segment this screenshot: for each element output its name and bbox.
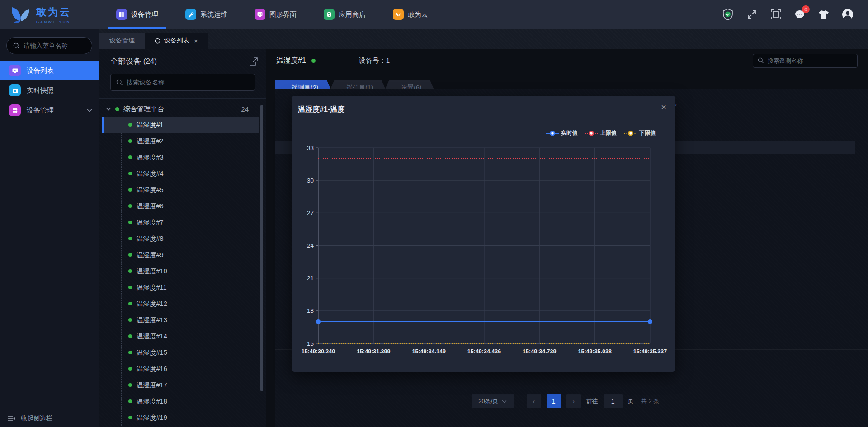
telemetry-search[interactable] [753, 54, 858, 68]
legend-item[interactable]: 下限值 [624, 129, 656, 137]
device-label: 温湿度#6 [137, 202, 164, 211]
device-label: 温湿度#13 [137, 316, 167, 324]
goto-label: 前往 [586, 397, 598, 405]
collapse-sidebar-button[interactable]: 收起侧边栏 [0, 409, 99, 427]
sidebar: 设备列表 实时快照 设备管理 收起侧边栏 [0, 29, 99, 427]
butterfly-logo-icon [9, 3, 32, 26]
tree-scrollbar[interactable] [260, 105, 263, 391]
device-label: 温湿度#3 [137, 153, 164, 162]
status-dot [128, 318, 132, 322]
tree-panel-title: 全部设备 (24) [110, 56, 157, 66]
selected-device-name: 温湿度#1 [276, 56, 306, 66]
tree-device-3[interactable]: 温湿度#3 [99, 149, 259, 165]
grid-icon [9, 104, 21, 116]
device-search-input[interactable] [127, 79, 240, 86]
goto-page-input[interactable]: 1 [604, 394, 623, 408]
status-dot [128, 172, 132, 175]
nav-item-ganweiyun[interactable]: 敢为云 [379, 0, 442, 29]
tree-root-platform[interactable]: 综合管理平台 24 [99, 101, 266, 117]
next-page-button[interactable]: › [566, 394, 581, 408]
device-management-icon [116, 9, 127, 20]
tree-device-12[interactable]: 温湿度#12 [99, 296, 259, 312]
modal-close-button[interactable]: × [661, 102, 666, 113]
legend-item[interactable]: 上限值 [585, 129, 617, 137]
wrench-icon [185, 9, 196, 20]
device-label: 温湿度#8 [137, 235, 164, 243]
nav-label: 图形界面 [269, 10, 297, 19]
sidebar-item-label: 设备列表 [27, 66, 54, 75]
tree-device-19[interactable]: 温湿度#19 [99, 409, 259, 426]
message-icon[interactable]: 0 [794, 9, 806, 20]
page-unit-label: 页 [628, 397, 634, 405]
tree-device-16[interactable]: 温湿度#16 [99, 361, 259, 377]
nav-item-system-ops[interactable]: 系统运维 [172, 0, 241, 29]
device-label: 温湿度#16 [137, 365, 167, 373]
tree-device-9[interactable]: 温湿度#9 [99, 247, 259, 263]
tree-device-13[interactable]: 温湿度#13 [99, 312, 259, 328]
tree-device-7[interactable]: 温湿度#7 [99, 214, 259, 230]
nav-item-graphic-ui[interactable]: 图形界面 [241, 0, 310, 29]
nav-label: 设备管理 [131, 10, 158, 19]
svg-text:15:49:31.399: 15:49:31.399 [357, 348, 390, 355]
svg-text:27: 27 [307, 210, 314, 216]
window-tab-device-list[interactable]: 设备列表 × [145, 33, 208, 49]
device-tree-list: 温湿度#1温湿度#2温湿度#3温湿度#4温湿度#5温湿度#6温湿度#7温湿度#8… [99, 117, 266, 426]
device-label: 温湿度#15 [137, 348, 167, 357]
device-online-dot [311, 59, 316, 63]
status-dot [128, 204, 132, 208]
prev-page-button[interactable]: ‹ [527, 394, 541, 408]
refresh-icon[interactable] [155, 38, 160, 44]
screenshot-frame-icon[interactable] [770, 9, 782, 20]
tree-device-18[interactable]: 温湿度#18 [99, 393, 259, 409]
page-size-select[interactable]: 20条/页 [472, 394, 514, 408]
tree-device-8[interactable]: 温湿度#8 [99, 230, 259, 247]
status-dot [128, 399, 132, 403]
telemetry-search-input[interactable] [768, 57, 844, 64]
chevron-down-icon[interactable] [106, 107, 111, 111]
sidebar-search-input[interactable] [24, 42, 82, 49]
monitor-chart-icon [255, 9, 265, 20]
tree-device-10[interactable]: 温湿度#10 [99, 263, 259, 279]
tree-device-6[interactable]: 温湿度#6 [99, 198, 259, 214]
sidebar-search[interactable] [6, 37, 92, 54]
user-avatar[interactable] [842, 9, 854, 20]
device-label: 温湿度#11 [137, 283, 167, 292]
status-dot [128, 155, 132, 159]
svg-text:15:49:30.240: 15:49:30.240 [302, 348, 335, 355]
tab-close-icon[interactable]: × [194, 37, 198, 45]
topbar: 敢为云 GANWEIYUN 设备管理 系统运维 图形界面 应用商 [0, 0, 868, 29]
tab-label: 设备管理 [109, 37, 135, 45]
sidebar-item-device-list[interactable]: 设备列表 [0, 61, 99, 80]
device-label: 温湿度#1 [137, 121, 164, 129]
window-tab-device-management[interactable]: 设备管理 [99, 33, 145, 49]
tree-device-17[interactable]: 温湿度#17 [99, 377, 259, 393]
search-icon [13, 42, 20, 49]
device-label: 温湿度#2 [137, 137, 164, 145]
status-dot [128, 416, 132, 419]
tree-device-5[interactable]: 温湿度#5 [99, 182, 259, 198]
status-dot [115, 107, 119, 111]
external-link-icon[interactable] [249, 56, 259, 66]
fullscreen-icon[interactable] [746, 9, 758, 20]
tree-device-11[interactable]: 温湿度#11 [99, 279, 259, 296]
status-dot [128, 269, 132, 273]
tree-device-14[interactable]: 温湿度#14 [99, 328, 259, 344]
page-1-button[interactable]: 1 [547, 394, 561, 408]
nav-item-device-management[interactable]: 设备管理 [103, 0, 172, 29]
sidebar-item-device-management[interactable]: 设备管理 [0, 100, 99, 120]
legend-item[interactable]: 实时值 [546, 129, 578, 137]
nav-item-app-store[interactable]: 应用商店 [310, 0, 379, 29]
page: { "topbar": { "brand": { "name": "敢为云", … [0, 0, 868, 427]
total-count-label: 共 2 条 [641, 397, 659, 405]
chart-svg: 3330272421181515:49:30.24015:49:31.39915… [292, 139, 675, 360]
tree-device-2[interactable]: 温湿度#2 [99, 133, 259, 149]
tree-device-4[interactable]: 温湿度#4 [99, 165, 259, 182]
security-shield-icon[interactable] [722, 9, 734, 20]
brand[interactable]: 敢为云 GANWEIYUN [0, 3, 97, 26]
device-label: 温湿度#14 [137, 332, 167, 341]
tree-device-15[interactable]: 温湿度#15 [99, 344, 259, 361]
sidebar-item-snapshot[interactable]: 实时快照 [0, 80, 99, 100]
device-search[interactable] [110, 74, 255, 91]
theme-shirt-icon[interactable] [818, 9, 830, 20]
tree-device-1[interactable]: 温湿度#1 [102, 117, 259, 133]
